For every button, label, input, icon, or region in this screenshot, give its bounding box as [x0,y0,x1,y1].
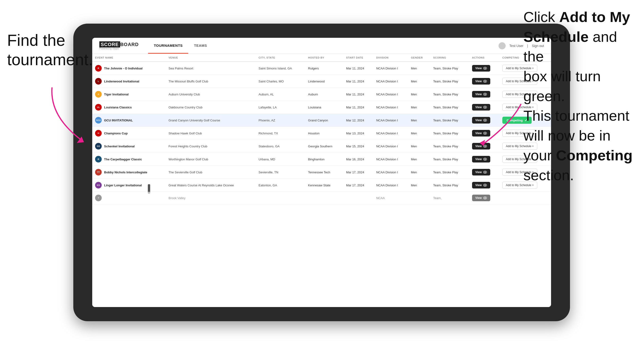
event-name: Linger Longer Invitational [104,183,142,187]
tab-teams[interactable]: TEAMS [188,38,212,54]
division-cell: NCAA Division I [374,166,408,179]
event-name-cell: TT Bobby Nichols Intercollegiate [92,166,166,179]
division-cell: NCAA Division I [374,127,408,140]
hosted-by-cell: Auburn [305,88,344,101]
venue-cell: Worthington Manor Golf Club [166,153,256,166]
gender-cell [408,192,430,204]
view-button[interactable]: View [472,195,490,201]
view-button[interactable]: View [472,156,490,163]
table-row: ? Brook Valley NCAA Team, View [92,192,551,204]
actions-cell: View [469,114,500,127]
table-container: EVENT NAME VENUE CITY, STATE HOSTED BY S… [92,54,551,307]
venue-cell: The Sevierville Golf Club [166,166,256,179]
view-button[interactable]: View [472,65,490,72]
city-cell: Saint Simons Island, GA [256,62,305,75]
team-logo: A [95,91,102,98]
view-button[interactable]: View [472,182,490,188]
city-cell: Lafayette, LA [256,101,305,114]
event-name-cell: GCU GCU INVITATIONAL [92,114,166,127]
hosted-by-cell: Louisiana [305,101,344,114]
gender-cell: Men [408,166,430,179]
right-annotation: Click Add to MySchedule and thebox will … [524,7,637,185]
division-cell: NCAA Division I [374,101,408,114]
svg-point-13 [484,146,486,147]
start-date-cell: Mar 16, 2024 [343,153,374,166]
avatar [498,42,506,49]
start-date-cell: Mar 17, 2024 [343,179,374,192]
team-logo: GCU [95,117,102,124]
view-button[interactable]: View [472,91,490,98]
scoring-cell: Team, Stroke Play [430,62,469,75]
start-date-cell: Mar 13, 2024 [343,127,374,140]
view-button[interactable]: View [472,104,490,111]
svg-point-11 [484,133,486,134]
eye-icon [483,132,487,135]
col-venue: VENUE [166,54,256,62]
scoring-cell: Team, Stroke Play [430,127,469,140]
nav-tabs: TOURNAMENTS TEAMS [148,38,212,54]
col-city-state: CITY, STATE [256,54,305,62]
event-name: The Carpetbagger Classic [104,158,142,161]
tab-tournaments[interactable]: TOURNAMENTS [148,38,188,54]
city-cell: Urbana, MD [256,153,305,166]
col-scoring: SCORING [430,54,469,62]
venue-cell: Auburn University Club [166,88,256,101]
scoring-cell: Team, Stroke Play [430,88,469,101]
svg-point-3 [484,81,486,82]
event-name-cell: ? [92,192,166,204]
svg-point-15 [484,159,486,160]
actions-cell: View [469,88,500,101]
team-logo: L [95,78,102,85]
team-logo: ? [95,195,102,201]
col-start-date: START DATE [343,54,374,62]
scoring-cell: Team, Stroke Play [430,140,469,153]
hosted-by-cell: Georgia Southern [305,140,344,153]
actions-cell: View [469,127,500,140]
view-button[interactable]: View [472,130,490,137]
city-cell: Statesboro, GA [256,140,305,153]
hosted-by-cell: Rutgers [305,62,344,75]
gender-cell: Men [408,88,430,101]
division-cell: NCAA Division I [374,179,408,192]
scoring-cell: Team, [430,192,469,204]
start-date-cell: Mar 11, 2024 [343,75,374,88]
logo-area: SCOREBOARD Powered by clippd [99,42,138,50]
actions-cell: View [469,192,500,204]
app-header: SCOREBOARD Powered by clippd TOURNAMENTS… [92,38,551,54]
hosted-by-cell: Lindenwood [305,75,344,88]
eye-icon [483,80,487,83]
start-date-cell [343,192,374,204]
table-row: KS Linger Longer Invitational Great Wate… [92,179,551,192]
division-cell: NCAA Division I [374,153,408,166]
left-annotation: Find thetournament. [7,31,93,69]
col-event-name: EVENT NAME [92,54,166,62]
view-button[interactable]: View [472,143,490,150]
eye-icon [483,145,487,148]
svg-point-7 [484,107,486,108]
hosted-by-cell: Tennessee Tech [305,166,344,179]
scoring-cell: Team, Stroke Play [430,75,469,88]
view-button[interactable]: View [472,169,490,175]
event-name-cell: A Tiger Invitational [92,88,166,101]
table-row: B The Carpetbagger Classic Worthington M… [92,153,551,166]
venue-cell: Grand Canyon University Golf Course [166,114,256,127]
eye-icon [483,184,487,186]
team-logo: H [95,130,102,137]
gender-cell: Men [408,101,430,114]
tablet-frame: SCOREBOARD Powered by clippd TOURNAMENTS… [73,24,570,321]
hosted-by-cell: Houston [305,127,344,140]
col-division: DIVISION [374,54,408,62]
event-name: Bobby Nichols Intercollegiate [104,171,147,174]
gender-cell: Men [408,127,430,140]
table-row: UL Louisiana Classics Oakbourne Country … [92,101,551,114]
view-button[interactable]: View [472,78,490,85]
actions-cell: View [469,166,500,179]
user-name: Test User [510,44,524,48]
division-cell: NCAA Division I [374,88,408,101]
team-logo: TT [95,169,102,175]
venue-cell: Great Waters Course At Reynolds Lake Oco… [166,179,256,192]
logo-sub: Powered by clippd [99,47,138,50]
table-row: H Champions Cup Shadow Hawk Golf Club Ri… [92,127,551,140]
svg-point-1 [484,68,486,69]
view-button[interactable]: View [472,117,490,124]
